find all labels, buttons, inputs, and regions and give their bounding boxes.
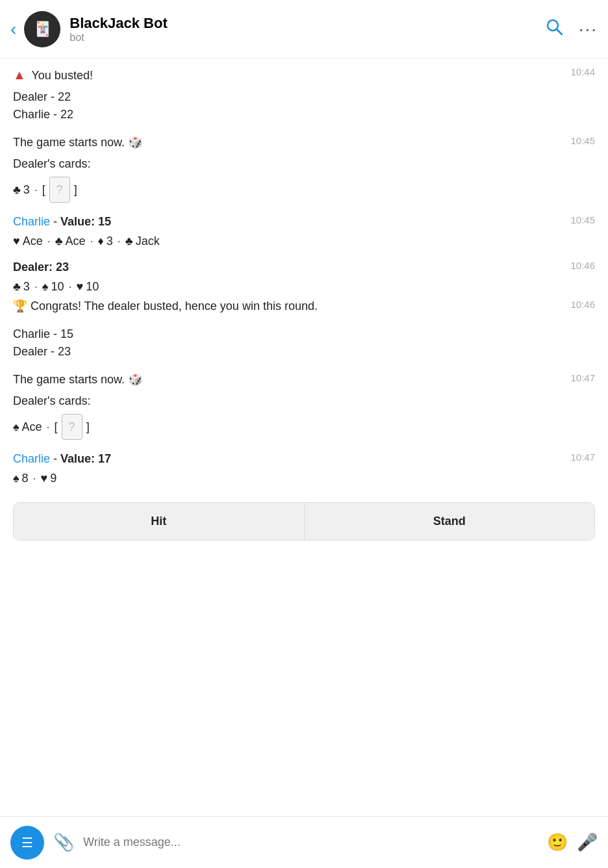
dot1: · (34, 183, 38, 197)
club-icon3: ♣ (125, 235, 133, 248)
spade-d2: ♠ (42, 280, 49, 294)
game-start2-time: 10:47 (570, 371, 595, 383)
arrow-icon: ▲ (13, 68, 26, 82)
spade-d3: ♠ (13, 420, 19, 434)
menu-icon: ☰ (21, 836, 33, 849)
heart-d2: ♥ (76, 280, 83, 294)
hidden-card1: ? (49, 177, 70, 203)
heart-p2: ♥ (41, 472, 48, 485)
charlie-val1-text: Charlie - Value: 15 (13, 213, 563, 231)
bracket-open3: [ (55, 420, 58, 434)
msg-game-start2: The game starts now. 🎲 10:47 (13, 371, 595, 389)
bottom-bar: ☰ 📎 🙂 🎤 (0, 816, 608, 868)
back-button[interactable]: ‹ (10, 19, 16, 40)
mic-icon[interactable]: 🎤 (577, 832, 598, 852)
msg-win: 🏆 Congrats! The dealer busted, hence you… (13, 298, 595, 315)
bracket-close: ] (74, 183, 77, 197)
message-input[interactable] (83, 836, 538, 849)
msg-dealer-cards1: ♣ 3 · [ ? ] (13, 177, 595, 203)
dcard3-1: Ace (22, 420, 42, 434)
attach-icon[interactable]: 📎 (53, 832, 74, 852)
bot-subtitle: bot (70, 32, 544, 44)
win-time: 10:46 (570, 298, 595, 310)
club-icon2: ♣ (55, 235, 63, 248)
header-actions: ··· (545, 18, 598, 40)
pcard2-2: 9 (50, 472, 57, 485)
avatar: 🃏 (24, 11, 60, 47)
msg-score1: Dealer - 22 Charlie - 22 (13, 88, 595, 123)
score1-line2: Charlie - 22 (13, 106, 595, 123)
msg-charlie-val2: Charlie - Value: 17 10:47 (13, 450, 595, 468)
charlie-val2-text: Charlie - Value: 17 (13, 450, 563, 468)
diamond-icon1: ♦ (98, 235, 104, 248)
msg-busted: ▲ You busted! 10:44 (13, 65, 595, 84)
dealer-header2-text: Dealer's cards: (13, 392, 595, 410)
pcard2: Ace (66, 235, 86, 248)
msg-dealer-score1: Dealer: 23 10:46 (13, 259, 595, 276)
charlie-name2: Charlie (13, 452, 50, 465)
chat-area: ▲ You busted! 10:44 Dealer - 22 Charlie … (0, 58, 608, 816)
game-start1-text: The game starts now. 🎲 (13, 134, 563, 151)
dealer-header1-text: Dealer's cards: (13, 155, 595, 173)
msg-dealer-cards2: ♣ 3 · ♠ 10 · ♥ 10 (13, 280, 595, 294)
msg-dealer-header2: Dealer's cards: (13, 392, 595, 410)
win-text: 🏆 Congrats! The dealer busted, hence you… (13, 298, 563, 315)
pcard1: Ace (23, 235, 43, 248)
dealer-cards2-line: ♣ 3 · ♠ 10 · ♥ 10 (13, 280, 595, 294)
game-start1-time: 10:45 (570, 134, 595, 146)
pcard3: 3 (107, 235, 113, 248)
dealer-cards1-line: ♣ 3 · [ ? ] (13, 177, 595, 203)
search-icon[interactable] (545, 18, 563, 40)
more-icon[interactable]: ··· (579, 19, 598, 40)
dealer-cards3-line: ♠ Ace · [ ? ] (13, 414, 595, 440)
card-val-1: 3 (23, 183, 30, 197)
pcard2-1: 8 (22, 472, 29, 485)
charlie-val2-label: - Value: 17 (53, 452, 111, 465)
player-cards2-line: ♠ 8 · ♥ 9 (13, 472, 595, 485)
header: ‹ 🃏 BlackJack Bot bot ··· (0, 0, 608, 58)
msg-game-start1: The game starts now. 🎲 10:45 (13, 134, 595, 151)
spade-p2: ♠ (13, 472, 19, 485)
club-icon: ♣ (13, 183, 21, 197)
emoji-icon[interactable]: 🙂 (547, 832, 568, 852)
pcard4: Jack (136, 235, 160, 248)
action-buttons: Hit Stand (13, 502, 595, 541)
dcard2-3: 10 (86, 280, 99, 294)
score2-line1: Charlie - 15 (13, 326, 595, 343)
bracket-close3: ] (86, 420, 90, 434)
charlie-val1-label: - Value: 15 (53, 215, 111, 228)
menu-button[interactable]: ☰ (10, 826, 44, 860)
busted-text: ▲ You busted! (13, 65, 563, 84)
msg-dealer-header1: Dealer's cards: (13, 155, 595, 173)
score1-line1: Dealer - 22 (13, 88, 595, 106)
heart-icon1: ♥ (13, 235, 20, 248)
player-cards1-line: ♥ Ace · ♣ Ace · ♦ 3 · ♣ Jack (13, 235, 595, 248)
dealer-score1-time: 10:46 (570, 259, 595, 271)
charlie-name1: Charlie (13, 215, 50, 228)
game-start2-text: The game starts now. 🎲 (13, 371, 563, 389)
bracket-open: [ (42, 183, 45, 197)
dcard2-1: 3 (23, 280, 30, 294)
stand-button[interactable]: Stand (305, 503, 595, 540)
charlie-val1-time: 10:45 (570, 213, 595, 225)
dcard2-2: 10 (51, 280, 64, 294)
hit-button[interactable]: Hit (14, 503, 305, 540)
charlie-val2-time: 10:47 (570, 450, 595, 463)
svg-line-1 (557, 29, 562, 34)
dealer-score1-text: Dealer: 23 (13, 259, 563, 276)
busted-time: 10:44 (570, 65, 595, 77)
msg-charlie-val1: Charlie - Value: 15 10:45 (13, 213, 595, 231)
msg-player-cards2: ♠ 8 · ♥ 9 (13, 472, 595, 485)
header-info: BlackJack Bot bot (70, 15, 544, 44)
club-d2: ♣ (13, 280, 21, 294)
hidden-card3: ? (62, 414, 82, 440)
score2-line2: Dealer - 23 (13, 343, 595, 361)
bot-name: BlackJack Bot (70, 15, 544, 32)
msg-score2: Charlie - 15 Dealer - 23 (13, 326, 595, 361)
msg-dealer-cards3: ♠ Ace · [ ? ] (13, 414, 595, 440)
msg-player-cards1: ♥ Ace · ♣ Ace · ♦ 3 · ♣ Jack (13, 235, 595, 248)
